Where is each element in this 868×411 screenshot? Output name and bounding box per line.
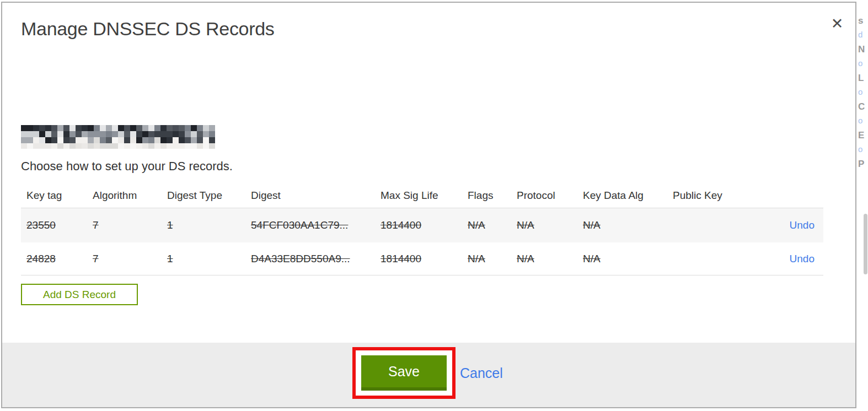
column-header-public-key: Public Key [667, 190, 779, 202]
background-text-fragment: L [858, 73, 864, 84]
background-text-fragment: o [858, 87, 862, 96]
cell-max-sig-life: 1814400 [375, 219, 462, 231]
page-title: Manage DNSSEC DS Records [21, 18, 275, 40]
column-header-digest: Digest [245, 190, 375, 202]
cell-flags: N/A [462, 253, 511, 265]
background-text-fragment: P [858, 159, 864, 170]
cell-algorithm: 7 [87, 253, 162, 265]
undo-link[interactable]: Undo [790, 219, 815, 231]
cell-algorithm: 7 [87, 219, 162, 231]
table-row: 23550 7 1 54FCF030AA1C79... 1814400 N/A … [21, 208, 823, 242]
background-text-fragment: C [858, 101, 865, 112]
column-header-max-sig-life: Max Sig Life [375, 190, 462, 202]
column-header-algorithm: Algorithm [87, 190, 162, 202]
column-header-key-tag: Key tag [21, 190, 87, 202]
background-text-fragment: o [858, 58, 862, 68]
background-text-fragment: N [858, 44, 865, 55]
background-page-strip: sdNoLoCoEoP [858, 0, 868, 411]
column-header-key-data-alg: Key Data Alg [577, 190, 667, 202]
close-icon[interactable]: ✕ [827, 14, 847, 34]
redacted-domain-name [21, 125, 215, 149]
cell-key-tag: 24828 [21, 253, 87, 265]
save-button[interactable]: Save [361, 355, 447, 391]
page-scrollbar-thumb[interactable] [864, 214, 867, 274]
red-highlight-annotation: Save [352, 347, 456, 399]
cell-protocol: N/A [511, 219, 577, 231]
cell-key-tag: 23550 [21, 219, 87, 231]
table-header-row: Key tag Algorithm Digest Type Digest Max… [21, 183, 823, 208]
add-ds-record-button[interactable]: Add DS Record [21, 284, 138, 305]
ds-records-table: Key tag Algorithm Digest Type Digest Max… [21, 183, 823, 275]
background-text-fragment: s [858, 15, 863, 26]
cell-digest: D4A33E8DD550A9... [245, 253, 375, 265]
cell-protocol: N/A [511, 253, 577, 265]
cell-key-data-alg: N/A [577, 253, 667, 265]
background-text-fragment: o [858, 144, 862, 154]
cell-key-data-alg: N/A [577, 219, 667, 231]
cell-digest-type: 1 [162, 253, 245, 265]
undo-link[interactable]: Undo [790, 253, 815, 264]
background-text-fragment: E [858, 130, 864, 141]
background-text-fragment: o [858, 116, 862, 125]
column-header-digest-type: Digest Type [162, 190, 245, 202]
cancel-link[interactable]: Cancel [460, 365, 503, 381]
cell-flags: N/A [462, 219, 511, 231]
table-row: 24828 7 1 D4A33E8DD550A9... 1814400 N/A … [21, 242, 823, 275]
background-text-fragment: d [858, 30, 862, 39]
cell-digest: 54FCF030AA1C79... [245, 219, 375, 231]
column-header-flags: Flags [462, 190, 511, 202]
column-header-protocol: Protocol [511, 190, 577, 202]
cell-digest-type: 1 [162, 219, 245, 231]
cell-max-sig-life: 1814400 [375, 253, 462, 265]
subtitle-text: Choose how to set up your DS records. [21, 159, 233, 174]
